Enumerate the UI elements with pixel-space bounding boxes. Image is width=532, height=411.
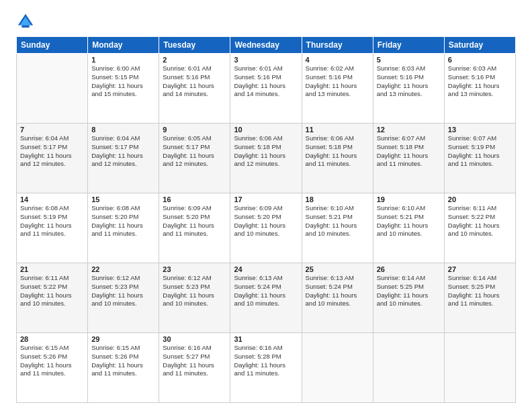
- day-number: 2: [163, 56, 226, 64]
- day-info: Sunrise: 6:06 AM Sunset: 5:18 PM Dayligh…: [234, 134, 298, 169]
- calendar-week-1: 1Sunrise: 6:00 AM Sunset: 5:15 PM Daylig…: [17, 54, 516, 124]
- day-info: Sunrise: 6:11 AM Sunset: 5:22 PM Dayligh…: [20, 274, 84, 308]
- day-info: Sunrise: 6:03 AM Sunset: 5:16 PM Dayligh…: [448, 64, 512, 99]
- day-number: 30: [163, 335, 226, 343]
- day-info: Sunrise: 6:01 AM Sunset: 5:16 PM Dayligh…: [163, 64, 226, 99]
- day-number: 13: [448, 126, 512, 134]
- calendar-cell: [17, 54, 88, 124]
- day-number: 3: [234, 56, 298, 64]
- calendar-cell: 7Sunrise: 6:04 AM Sunset: 5:17 PM Daylig…: [17, 124, 88, 193]
- day-number: 4: [306, 56, 369, 64]
- day-info: Sunrise: 6:06 AM Sunset: 5:18 PM Dayligh…: [306, 134, 369, 169]
- calendar-cell: 8Sunrise: 6:04 AM Sunset: 5:17 PM Daylig…: [88, 124, 159, 193]
- weekday-header-thursday: Thursday: [302, 37, 373, 54]
- day-info: Sunrise: 6:08 AM Sunset: 5:19 PM Dayligh…: [20, 204, 84, 238]
- calendar-week-4: 21Sunrise: 6:11 AM Sunset: 5:22 PM Dayli…: [17, 263, 516, 333]
- day-info: Sunrise: 6:07 AM Sunset: 5:18 PM Dayligh…: [377, 134, 441, 169]
- day-info: Sunrise: 6:09 AM Sunset: 5:20 PM Dayligh…: [163, 204, 226, 238]
- day-info: Sunrise: 6:00 AM Sunset: 5:15 PM Dayligh…: [91, 64, 155, 99]
- calendar-cell: 22Sunrise: 6:12 AM Sunset: 5:23 PM Dayli…: [88, 263, 159, 333]
- calendar-cell: 4Sunrise: 6:02 AM Sunset: 5:16 PM Daylig…: [302, 54, 373, 124]
- day-number: 5: [377, 56, 441, 64]
- calendar-cell: 21Sunrise: 6:11 AM Sunset: 5:22 PM Dayli…: [17, 263, 88, 333]
- calendar-cell: 5Sunrise: 6:03 AM Sunset: 5:16 PM Daylig…: [373, 54, 444, 124]
- day-info: Sunrise: 6:11 AM Sunset: 5:22 PM Dayligh…: [448, 204, 512, 238]
- calendar-cell: [444, 333, 515, 403]
- weekday-header-friday: Friday: [373, 37, 444, 54]
- day-number: 6: [448, 56, 512, 64]
- day-info: Sunrise: 6:03 AM Sunset: 5:16 PM Dayligh…: [377, 64, 441, 99]
- day-info: Sunrise: 6:13 AM Sunset: 5:24 PM Dayligh…: [234, 274, 298, 308]
- calendar-cell: 18Sunrise: 6:10 AM Sunset: 5:21 PM Dayli…: [302, 193, 373, 263]
- day-number: 23: [163, 265, 226, 273]
- calendar-cell: 30Sunrise: 6:16 AM Sunset: 5:27 PM Dayli…: [159, 333, 230, 403]
- calendar-cell: 13Sunrise: 6:07 AM Sunset: 5:19 PM Dayli…: [444, 124, 515, 193]
- day-info: Sunrise: 6:04 AM Sunset: 5:17 PM Dayligh…: [20, 134, 84, 169]
- calendar-week-5: 28Sunrise: 6:15 AM Sunset: 5:26 PM Dayli…: [17, 333, 516, 403]
- logo: [16, 12, 38, 31]
- day-info: Sunrise: 6:16 AM Sunset: 5:27 PM Dayligh…: [163, 344, 226, 378]
- day-number: 9: [163, 126, 226, 134]
- weekday-header-monday: Monday: [88, 37, 159, 54]
- day-number: 27: [448, 265, 512, 273]
- day-number: 15: [91, 195, 155, 203]
- calendar-cell: 25Sunrise: 6:13 AM Sunset: 5:24 PM Dayli…: [302, 263, 373, 333]
- svg-rect-2: [21, 26, 29, 28]
- day-number: 12: [377, 126, 441, 134]
- calendar-cell: [373, 333, 444, 403]
- day-info: Sunrise: 6:04 AM Sunset: 5:17 PM Dayligh…: [91, 134, 155, 169]
- calendar-cell: 28Sunrise: 6:15 AM Sunset: 5:26 PM Dayli…: [17, 333, 88, 403]
- calendar-cell: 2Sunrise: 6:01 AM Sunset: 5:16 PM Daylig…: [159, 54, 230, 124]
- calendar-cell: 6Sunrise: 6:03 AM Sunset: 5:16 PM Daylig…: [444, 54, 515, 124]
- day-number: 29: [91, 335, 155, 343]
- day-number: 31: [234, 335, 298, 343]
- day-number: 7: [20, 126, 84, 134]
- calendar-cell: 24Sunrise: 6:13 AM Sunset: 5:24 PM Dayli…: [230, 263, 302, 333]
- weekday-header-row: SundayMondayTuesdayWednesdayThursdayFrid…: [17, 37, 516, 54]
- calendar-cell: 1Sunrise: 6:00 AM Sunset: 5:15 PM Daylig…: [88, 54, 159, 124]
- calendar-table: SundayMondayTuesdayWednesdayThursdayFrid…: [16, 36, 516, 403]
- day-number: 28: [20, 335, 84, 343]
- day-info: Sunrise: 6:12 AM Sunset: 5:23 PM Dayligh…: [91, 274, 155, 308]
- day-info: Sunrise: 6:14 AM Sunset: 5:25 PM Dayligh…: [377, 274, 441, 308]
- day-info: Sunrise: 6:02 AM Sunset: 5:16 PM Dayligh…: [306, 64, 369, 99]
- calendar-cell: 10Sunrise: 6:06 AM Sunset: 5:18 PM Dayli…: [230, 124, 302, 193]
- day-info: Sunrise: 6:10 AM Sunset: 5:21 PM Dayligh…: [377, 204, 441, 238]
- day-number: 10: [234, 126, 298, 134]
- day-number: 24: [234, 265, 298, 273]
- calendar-cell: [302, 333, 373, 403]
- day-number: 21: [20, 265, 84, 273]
- calendar-cell: 9Sunrise: 6:05 AM Sunset: 5:17 PM Daylig…: [159, 124, 230, 193]
- weekday-header-sunday: Sunday: [17, 37, 88, 54]
- calendar-cell: 29Sunrise: 6:15 AM Sunset: 5:26 PM Dayli…: [88, 333, 159, 403]
- calendar-cell: 17Sunrise: 6:09 AM Sunset: 5:20 PM Dayli…: [230, 193, 302, 263]
- calendar-cell: 20Sunrise: 6:11 AM Sunset: 5:22 PM Dayli…: [444, 193, 515, 263]
- day-number: 17: [234, 195, 298, 203]
- day-info: Sunrise: 6:15 AM Sunset: 5:26 PM Dayligh…: [91, 344, 155, 378]
- day-number: 11: [306, 126, 369, 134]
- calendar-cell: 15Sunrise: 6:08 AM Sunset: 5:20 PM Dayli…: [88, 193, 159, 263]
- day-number: 22: [91, 265, 155, 273]
- day-info: Sunrise: 6:16 AM Sunset: 5:28 PM Dayligh…: [234, 344, 298, 378]
- day-info: Sunrise: 6:10 AM Sunset: 5:21 PM Dayligh…: [306, 204, 369, 238]
- logo-icon: [16, 12, 35, 31]
- day-number: 16: [163, 195, 226, 203]
- calendar-cell: 12Sunrise: 6:07 AM Sunset: 5:18 PM Dayli…: [373, 124, 444, 193]
- calendar-cell: 16Sunrise: 6:09 AM Sunset: 5:20 PM Dayli…: [159, 193, 230, 263]
- day-info: Sunrise: 6:12 AM Sunset: 5:23 PM Dayligh…: [163, 274, 226, 308]
- calendar-cell: 14Sunrise: 6:08 AM Sunset: 5:19 PM Dayli…: [17, 193, 88, 263]
- day-info: Sunrise: 6:07 AM Sunset: 5:19 PM Dayligh…: [448, 134, 512, 169]
- calendar-cell: 23Sunrise: 6:12 AM Sunset: 5:23 PM Dayli…: [159, 263, 230, 333]
- day-info: Sunrise: 6:05 AM Sunset: 5:17 PM Dayligh…: [163, 134, 226, 169]
- calendar-cell: 26Sunrise: 6:14 AM Sunset: 5:25 PM Dayli…: [373, 263, 444, 333]
- day-info: Sunrise: 6:15 AM Sunset: 5:26 PM Dayligh…: [20, 344, 84, 378]
- day-info: Sunrise: 6:08 AM Sunset: 5:20 PM Dayligh…: [91, 204, 155, 238]
- calendar-cell: 27Sunrise: 6:14 AM Sunset: 5:25 PM Dayli…: [444, 263, 515, 333]
- day-info: Sunrise: 6:13 AM Sunset: 5:24 PM Dayligh…: [306, 274, 369, 308]
- day-info: Sunrise: 6:01 AM Sunset: 5:16 PM Dayligh…: [234, 64, 298, 99]
- calendar-week-2: 7Sunrise: 6:04 AM Sunset: 5:17 PM Daylig…: [17, 124, 516, 193]
- header: [16, 12, 516, 31]
- day-info: Sunrise: 6:14 AM Sunset: 5:25 PM Dayligh…: [448, 274, 512, 308]
- calendar-cell: 31Sunrise: 6:16 AM Sunset: 5:28 PM Dayli…: [230, 333, 302, 403]
- day-number: 19: [377, 195, 441, 203]
